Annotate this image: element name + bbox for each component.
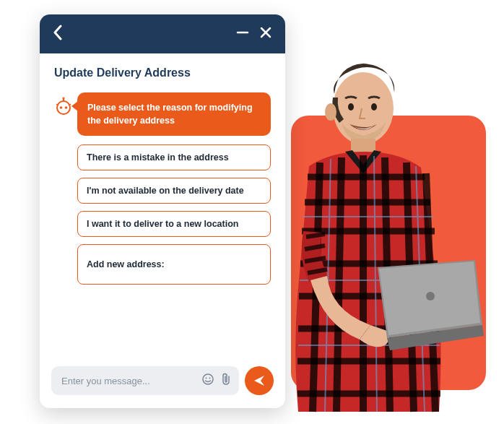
close-button[interactable] bbox=[259, 26, 272, 42]
paperclip-icon bbox=[220, 373, 232, 386]
option-new-location[interactable]: I want it to deliver to a new location bbox=[77, 211, 271, 237]
option-mistake-address[interactable]: There is a mistake in the address bbox=[77, 144, 271, 170]
svg-point-1 bbox=[325, 103, 336, 121]
option-add-new-address[interactable]: Add new address: bbox=[77, 244, 271, 285]
chevron-left-icon bbox=[53, 25, 63, 40]
minimize-icon bbox=[236, 26, 249, 39]
svg-line-6 bbox=[336, 157, 342, 412]
bot-avatar-icon bbox=[54, 97, 73, 116]
svg-point-3 bbox=[371, 103, 377, 111]
svg-line-25 bbox=[306, 234, 325, 237]
svg-point-37 bbox=[62, 97, 64, 99]
chat-header bbox=[40, 14, 285, 53]
svg-point-0 bbox=[333, 72, 394, 144]
svg-point-33 bbox=[57, 101, 70, 114]
svg-point-29 bbox=[426, 292, 435, 300]
bot-message-bubble: Please select the reason for modifying t… bbox=[77, 92, 271, 136]
emoji-icon bbox=[201, 373, 214, 386]
svg-point-42 bbox=[209, 378, 211, 379]
person-with-laptop-image bbox=[258, 51, 490, 419]
svg-point-34 bbox=[60, 106, 63, 109]
message-input-container bbox=[51, 366, 239, 395]
message-input-row bbox=[40, 356, 285, 408]
emoji-button[interactable] bbox=[201, 373, 214, 389]
svg-point-2 bbox=[348, 103, 354, 111]
option-list: There is a mistake in the address I'm no… bbox=[77, 144, 271, 285]
bot-message-row: Please select the reason for modifying t… bbox=[54, 92, 271, 136]
back-button[interactable] bbox=[53, 25, 63, 43]
option-not-available[interactable]: I'm not available on the delivery date bbox=[77, 178, 271, 204]
close-icon bbox=[259, 26, 272, 39]
svg-point-41 bbox=[206, 378, 207, 379]
svg-point-35 bbox=[65, 106, 68, 109]
message-input[interactable] bbox=[61, 376, 201, 386]
svg-point-40 bbox=[203, 374, 213, 384]
minimize-button[interactable] bbox=[236, 26, 249, 42]
chat-body: Update Delivery Address Please select th… bbox=[40, 53, 285, 356]
attachment-button[interactable] bbox=[220, 373, 232, 389]
chat-window: Update Delivery Address Please select th… bbox=[40, 14, 285, 408]
page-title: Update Delivery Address bbox=[54, 66, 271, 79]
